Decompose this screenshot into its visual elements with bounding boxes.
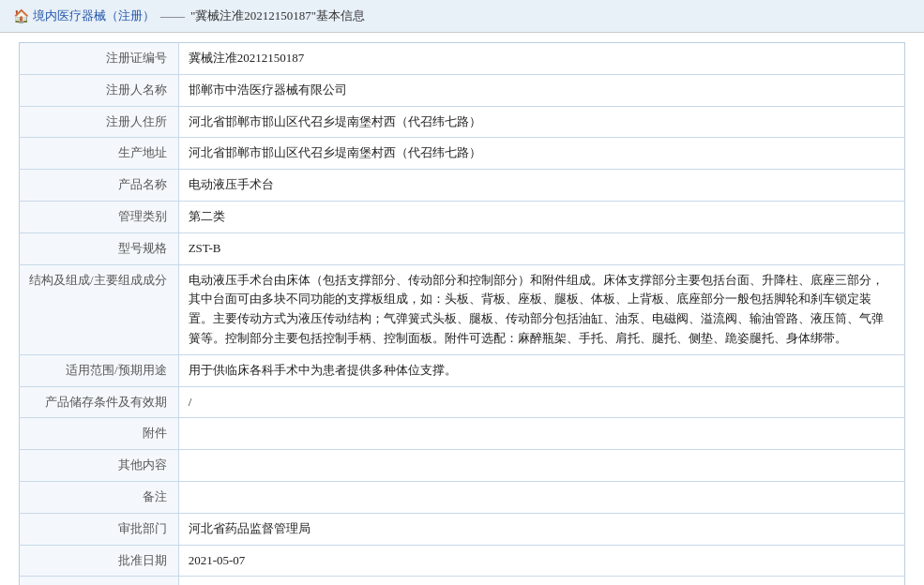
breadcrumb-link[interactable]: 境内医疗器械（注册） [33, 8, 155, 24]
home-icon: 🏠 [13, 8, 29, 24]
field-label: 型号规格 [20, 232, 179, 264]
field-value: 河北省邯郸市邯山区代召乡堤南堡村西（代召纬七路） [178, 138, 904, 170]
page-container: 🏠 境内医疗器械（注册） —— "冀械注准20212150187"基本信息 注册… [0, 0, 924, 585]
field-label: 其他内容 [20, 450, 179, 482]
field-label: 产品名称 [20, 170, 179, 202]
field-label: 备注 [20, 481, 179, 513]
field-label: 批准日期 [20, 545, 179, 577]
field-label: 注册证编号 [20, 43, 179, 75]
table-row: 备注 [20, 481, 905, 513]
table-row: 型号规格ZST-B [20, 232, 905, 264]
table-row: 有效期至2026-05-06 [20, 577, 905, 585]
table-row: 附件 [20, 418, 905, 450]
field-value: 电动液压手术台由床体（包括支撑部分、传动部分和控制部分）和附件组成。床体支撑部分… [178, 264, 904, 354]
breadcrumb-separator: —— [160, 8, 185, 23]
field-value [178, 450, 904, 482]
field-value: 河北省邯郸市邯山区代召乡堤南堡村西（代召纬七路） [178, 106, 904, 138]
field-value [178, 481, 904, 513]
breadcrumb-current: "冀械注准20212150187"基本信息 [190, 8, 365, 24]
table-row: 注册人住所河北省邯郸市邯山区代召乡堤南堡村西（代召纬七路） [20, 106, 905, 138]
field-label: 结构及组成/主要组成成分 [20, 264, 179, 354]
field-value: 用于供临床各科手术中为患者提供多种体位支撑。 [178, 354, 904, 386]
field-value: 2026-05-06 [178, 577, 904, 585]
table-row: 生产地址河北省邯郸市邯山区代召乡堤南堡村西（代召纬七路） [20, 138, 905, 170]
field-label: 注册人名称 [20, 74, 179, 106]
table-row: 其他内容 [20, 450, 905, 482]
content-area: 注册证编号冀械注准20212150187注册人名称邯郸市中浩医疗器械有限公司注册… [0, 33, 924, 585]
field-value: / [178, 386, 904, 418]
field-value: 电动液压手术台 [178, 170, 904, 202]
field-value: 2021-05-07 [178, 545, 904, 577]
breadcrumb: 🏠 境内医疗器械（注册） —— "冀械注准20212150187"基本信息 [0, 0, 924, 33]
field-label: 生产地址 [20, 138, 179, 170]
field-value: 第二类 [178, 201, 904, 232]
table-row: 产品储存条件及有效期/ [20, 386, 905, 418]
field-value: 冀械注准20212150187 [178, 43, 904, 75]
table-row: 注册证编号冀械注准20212150187 [20, 43, 905, 75]
field-label: 附件 [20, 418, 179, 450]
field-label: 注册人住所 [20, 106, 179, 138]
field-label: 审批部门 [20, 513, 179, 545]
table-row: 审批部门河北省药品监督管理局 [20, 513, 905, 545]
field-label: 管理类别 [20, 201, 179, 232]
table-row: 批准日期2021-05-07 [20, 545, 905, 577]
table-row: 管理类别第二类 [20, 201, 905, 232]
table-row: 产品名称电动液压手术台 [20, 170, 905, 202]
field-label: 产品储存条件及有效期 [20, 386, 179, 418]
table-row: 结构及组成/主要组成成分电动液压手术台由床体（包括支撑部分、传动部分和控制部分）… [20, 264, 905, 354]
field-value: 河北省药品监督管理局 [178, 513, 904, 545]
info-table: 注册证编号冀械注准20212150187注册人名称邯郸市中浩医疗器械有限公司注册… [19, 42, 905, 585]
field-label: 适用范围/预期用途 [20, 354, 179, 386]
field-label: 有效期至 [20, 577, 179, 585]
field-value: ZST-B [178, 232, 904, 264]
table-row: 注册人名称邯郸市中浩医疗器械有限公司 [20, 74, 905, 106]
field-value: 邯郸市中浩医疗器械有限公司 [178, 74, 904, 106]
table-row: 适用范围/预期用途用于供临床各科手术中为患者提供多种体位支撑。 [20, 354, 905, 386]
field-value [178, 418, 904, 450]
